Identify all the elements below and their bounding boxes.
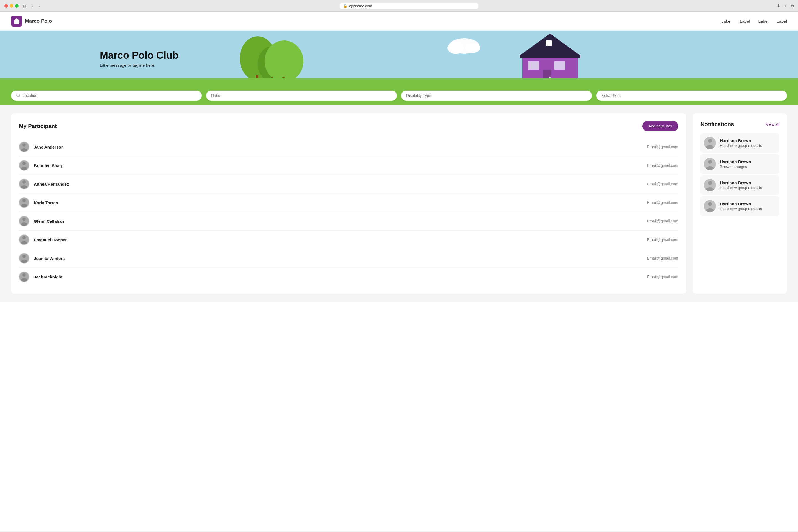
notif-avatar xyxy=(704,137,716,149)
ratio-input[interactable] xyxy=(211,93,392,98)
svg-point-2 xyxy=(258,46,288,82)
participant-item[interactable]: Emanuel Hooper Email@gmail.com xyxy=(19,230,678,249)
view-all-link[interactable]: View all xyxy=(766,122,779,127)
avatar-image xyxy=(19,161,29,170)
avatar xyxy=(19,160,30,171)
main-content: My Participant Add new user Jane Anderso… xyxy=(0,105,798,302)
svg-point-22 xyxy=(17,94,19,97)
security-icon: 🔒 xyxy=(343,4,347,8)
sidebar-toggle-button[interactable]: ⊟ xyxy=(22,3,27,9)
svg-point-10 xyxy=(465,43,480,53)
participant-name: Branden Sharp xyxy=(34,163,643,168)
disability-input[interactable] xyxy=(406,93,587,98)
notification-item[interactable]: Harrison Brown Has 3 new group requests xyxy=(701,133,779,153)
avatar xyxy=(19,253,30,264)
avatar xyxy=(19,141,30,152)
nav-logo[interactable]: Marco Polo xyxy=(11,16,721,26)
svg-marker-11 xyxy=(519,34,581,56)
notif-text: Harrison Brown Has 3 new group requests xyxy=(720,138,762,148)
participant-name: Emanuel Hooper xyxy=(34,238,643,242)
logo-text: Marco Polo xyxy=(25,18,52,24)
avatar xyxy=(19,234,30,245)
ratio-filter[interactable] xyxy=(206,91,397,100)
notif-text: Harrison Brown Has 3 new group requests xyxy=(720,180,762,190)
participant-name: Glenn Callahan xyxy=(34,219,643,224)
participant-name: Jane Anderson xyxy=(34,145,643,149)
disability-filter[interactable] xyxy=(401,91,592,100)
notif-user-name: Harrison Brown xyxy=(720,202,762,206)
back-button[interactable]: ‹ xyxy=(31,3,34,9)
notif-user-name: Harrison Brown xyxy=(720,180,762,185)
svg-point-9 xyxy=(448,42,464,54)
svg-point-3 xyxy=(281,44,298,61)
participant-list: Jane Anderson Email@gmail.com Branden Sh… xyxy=(19,138,678,286)
notification-item[interactable]: Harrison Brown 2 new messages xyxy=(701,154,779,174)
forward-button[interactable]: › xyxy=(38,3,41,9)
participant-name: Juanita Winters xyxy=(34,256,643,261)
participant-item[interactable]: Branden Sharp Email@gmail.com xyxy=(19,156,678,175)
participant-email: Email@gmail.com xyxy=(647,200,678,205)
nav-link-1[interactable]: Label xyxy=(721,19,732,23)
svg-rect-13 xyxy=(519,55,581,58)
extra-input[interactable] xyxy=(601,93,782,98)
notifications-list: Harrison Brown Has 3 new group requests … xyxy=(701,133,779,216)
extra-filter[interactable] xyxy=(596,91,787,100)
browser-chrome: ⊟ ‹ › 🔒 appname.com ⬇ ＋ ⧉ xyxy=(0,0,798,12)
avatar xyxy=(19,179,30,189)
participant-item[interactable]: Jack Mcknight Email@gmail.com xyxy=(19,268,678,286)
participant-email: Email@gmail.com xyxy=(647,182,678,186)
svg-rect-14 xyxy=(528,61,539,70)
add-new-user-button[interactable]: Add new user xyxy=(642,121,678,131)
participant-item[interactable]: Juanita Winters Email@gmail.com xyxy=(19,249,678,268)
avatar xyxy=(19,197,30,208)
new-tab-icon[interactable]: ＋ xyxy=(783,3,788,9)
browser-right-buttons: ⬇ ＋ ⧉ xyxy=(777,3,794,9)
location-input[interactable] xyxy=(22,93,197,98)
notifications-header: Notifications View all xyxy=(701,121,779,128)
participant-panel: My Participant Add new user Jane Anderso… xyxy=(11,113,686,294)
download-icon[interactable]: ⬇ xyxy=(777,3,781,8)
notif-avatar xyxy=(704,158,716,170)
notif-user-name: Harrison Brown xyxy=(720,159,751,164)
tabs-icon[interactable]: ⧉ xyxy=(791,4,794,8)
notif-text: Harrison Brown Has 3 new group requests xyxy=(720,202,762,211)
maximize-button[interactable] xyxy=(15,4,19,8)
search-icon xyxy=(16,93,20,98)
url-text: appname.com xyxy=(349,4,372,8)
participant-name: Althea Hernandez xyxy=(34,182,643,187)
avatar-image xyxy=(19,272,29,282)
nav-bar: Marco Polo Label Label Label Label xyxy=(0,12,798,31)
participant-item[interactable]: Glenn Callahan Email@gmail.com xyxy=(19,212,678,230)
filter-bar xyxy=(0,86,798,105)
notif-message: Has 3 new group requests xyxy=(720,207,762,211)
nav-link-2[interactable]: Label xyxy=(740,19,750,23)
svg-point-1 xyxy=(240,36,276,81)
notif-avatar xyxy=(704,179,716,191)
close-button[interactable] xyxy=(4,4,8,8)
notif-user-name: Harrison Brown xyxy=(720,138,762,143)
participant-item[interactable]: Althea Hernandez Email@gmail.com xyxy=(19,175,678,193)
minimize-button[interactable] xyxy=(10,4,13,8)
notif-text: Harrison Brown 2 new messages xyxy=(720,159,751,169)
participant-item[interactable]: Karla Torres Email@gmail.com xyxy=(19,193,678,212)
avatar-image xyxy=(19,216,29,226)
participant-panel-title: My Participant xyxy=(19,123,57,129)
participant-panel-header: My Participant Add new user xyxy=(19,121,678,131)
notification-item[interactable]: Harrison Brown Has 3 new group requests xyxy=(701,196,779,216)
notifications-title: Notifications xyxy=(701,121,734,128)
logo-icon xyxy=(11,16,22,26)
avatar xyxy=(19,271,30,282)
nav-link-3[interactable]: Label xyxy=(758,19,768,23)
avatar-image xyxy=(19,253,29,263)
app-container: Marco Polo Label Label Label Label xyxy=(0,12,798,531)
nav-link-4[interactable]: Label xyxy=(777,19,787,23)
participant-item[interactable]: Jane Anderson Email@gmail.com xyxy=(19,138,678,156)
participant-email: Email@gmail.com xyxy=(647,274,678,279)
location-filter[interactable] xyxy=(11,91,202,100)
hero-banner: Marco Polo Club Little message or taglin… xyxy=(0,31,798,86)
notification-item[interactable]: Harrison Brown Has 3 new group requests xyxy=(701,175,779,195)
avatar-image xyxy=(19,235,29,244)
notif-message: Has 3 new group requests xyxy=(720,186,762,190)
address-bar[interactable]: 🔒 appname.com xyxy=(340,3,478,9)
svg-line-23 xyxy=(19,96,20,97)
